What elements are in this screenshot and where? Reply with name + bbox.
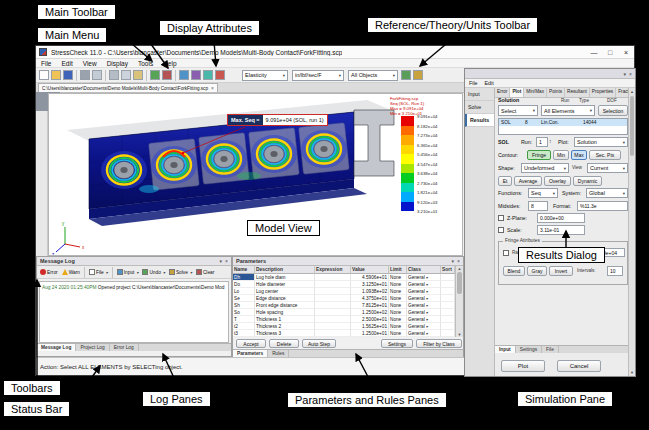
col-header-class[interactable]: Class xyxy=(407,266,441,274)
intervals-input[interactable]: 10 xyxy=(607,266,623,276)
maximize-button[interactable]: □ xyxy=(602,46,618,58)
param-cell[interactable] xyxy=(441,295,455,302)
chevron-down-icon[interactable]: ▾ xyxy=(452,258,455,264)
param-cell[interactable]: 4.3750e+01 xyxy=(351,295,389,302)
cancel-button[interactable]: Cancel xyxy=(557,360,601,372)
theory-select[interactable]: Elasticity xyxy=(242,70,288,81)
system-dropdown[interactable]: Global xyxy=(586,188,628,198)
document-tab[interactable]: C:\Users\blancaster\Documents\Demo Model… xyxy=(38,83,218,92)
open-icon[interactable] xyxy=(51,70,61,80)
tab-close-icon[interactable]: × xyxy=(211,85,214,91)
scroll-up-icon[interactable]: ▲ xyxy=(456,266,463,271)
average-button[interactable]: Average xyxy=(514,176,542,186)
log-solve-button[interactable]: Solve xyxy=(167,267,194,278)
range-checkbox[interactable] xyxy=(503,250,509,256)
tab-sim-file[interactable]: File xyxy=(542,346,559,353)
param-cell[interactable] xyxy=(441,309,455,316)
tab-points[interactable]: Points xyxy=(547,88,565,97)
scope-dropdown[interactable]: All Elements xyxy=(541,105,595,116)
select-tool-icon[interactable] xyxy=(179,70,189,80)
simulation-scrollbar[interactable]: ▲ ▼ xyxy=(628,88,635,376)
param-cell[interactable]: 3.1250e+01 xyxy=(351,281,389,288)
chevron-down-icon[interactable]: ▾ xyxy=(624,71,627,77)
log-file-button[interactable]: File xyxy=(87,267,110,278)
run-spinner[interactable]: 1 xyxy=(536,137,548,147)
view-dropdown[interactable]: Current xyxy=(587,163,628,173)
accept-button[interactable]: Accept xyxy=(236,339,266,348)
param-cell[interactable]: 1.5625e+01 xyxy=(351,323,389,330)
zoom-tool-icon[interactable] xyxy=(203,70,213,80)
param-cell[interactable]: Thickness 1 xyxy=(255,316,315,323)
param-cell[interactable] xyxy=(441,323,455,330)
param-cell[interactable] xyxy=(315,330,351,337)
log-warn-button[interactable]: Warn xyxy=(60,267,82,278)
copy-icon[interactable] xyxy=(121,70,131,80)
tab-solve[interactable]: Solve xyxy=(465,101,494,114)
param-cell[interactable]: General xyxy=(407,323,441,330)
param-cell[interactable]: None xyxy=(389,330,407,337)
param-cell[interactable] xyxy=(441,316,455,323)
invert-button[interactable]: Invert xyxy=(549,266,573,276)
param-cell[interactable]: None xyxy=(389,295,407,302)
col-header-limit[interactable]: Limit xyxy=(389,266,407,274)
param-cell[interactable]: 1.2500e+02 xyxy=(351,309,389,316)
param-cell[interactable]: Se xyxy=(233,295,255,302)
midsides-input[interactable]: 8 xyxy=(528,201,548,211)
param-cell[interactable] xyxy=(315,302,351,309)
param-cell[interactable]: Thickness 3 xyxy=(255,330,315,337)
param-cell[interactable]: 1.0938e+02 xyxy=(351,288,389,295)
param-cell[interactable]: Dh xyxy=(233,274,255,281)
param-cell[interactable]: Lo xyxy=(233,288,255,295)
col-header-name[interactable]: Name xyxy=(233,266,255,274)
filter-by-class-button[interactable]: Filter by Class xyxy=(416,339,462,348)
close-icon[interactable]: × xyxy=(629,71,632,77)
param-cell[interactable]: General xyxy=(407,316,441,323)
paste-icon[interactable] xyxy=(133,70,143,80)
param-cell[interactable]: General xyxy=(407,281,441,288)
spinner-icon[interactable]: ↕ xyxy=(549,138,552,144)
param-cell[interactable]: General xyxy=(407,274,441,281)
param-cell[interactable]: Sh xyxy=(233,302,255,309)
selection-button[interactable]: Selection xyxy=(598,105,628,116)
tab-error-log[interactable]: Error Log xyxy=(110,344,139,351)
display-attr-icon[interactable] xyxy=(401,70,411,80)
param-cell[interactable]: 2.5000e+01 xyxy=(351,316,389,323)
dynamic-button[interactable]: Dynamic xyxy=(573,176,602,186)
gray-button[interactable]: Gray xyxy=(527,266,547,276)
param-cell[interactable]: None xyxy=(389,309,407,316)
param-cell[interactable]: None xyxy=(389,288,407,295)
attributes-icon[interactable] xyxy=(413,70,423,80)
parameters-scrollbar[interactable]: ▲ ▼ xyxy=(455,266,463,337)
param-cell[interactable] xyxy=(441,281,455,288)
tab-sim-settings[interactable]: Settings xyxy=(516,346,542,353)
fit-view-icon[interactable] xyxy=(215,70,225,80)
param-cell[interactable] xyxy=(441,330,455,337)
scroll-down-icon[interactable]: ▼ xyxy=(456,332,463,337)
param-cell[interactable]: None xyxy=(389,316,407,323)
col-header-description[interactable]: Description xyxy=(255,266,315,274)
col-header-value[interactable]: Value xyxy=(351,266,389,274)
rotate-tool-icon[interactable] xyxy=(191,70,201,80)
param-cell[interactable]: Hole diameter xyxy=(255,281,315,288)
tab-error[interactable]: Error xyxy=(495,88,510,97)
param-cell[interactable] xyxy=(441,288,455,295)
functions-dropdown[interactable]: Seq xyxy=(528,188,558,198)
print-icon[interactable] xyxy=(80,70,90,80)
param-cell[interactable]: None xyxy=(389,302,407,309)
zplane-checkbox[interactable] xyxy=(498,215,504,221)
param-cell[interactable]: Hole spacing xyxy=(255,309,315,316)
param-cell[interactable]: None xyxy=(389,281,407,288)
param-cell[interactable]: General xyxy=(407,309,441,316)
menu-display[interactable]: Display xyxy=(102,60,133,67)
blend-button[interactable]: Blend xyxy=(503,266,525,276)
plot-button[interactable]: Plot xyxy=(501,360,545,372)
redo-icon[interactable] xyxy=(162,70,172,80)
param-cell[interactable]: Thickness 2 xyxy=(255,323,315,330)
param-cell[interactable] xyxy=(315,274,351,281)
param-cell[interactable]: General xyxy=(407,288,441,295)
et-button[interactable]: Et xyxy=(498,176,512,186)
param-cell[interactable] xyxy=(315,316,351,323)
tab-results[interactable]: Results xyxy=(465,114,494,127)
param-cell[interactable]: General xyxy=(407,295,441,302)
log-input-button[interactable]: Input xyxy=(115,267,141,278)
